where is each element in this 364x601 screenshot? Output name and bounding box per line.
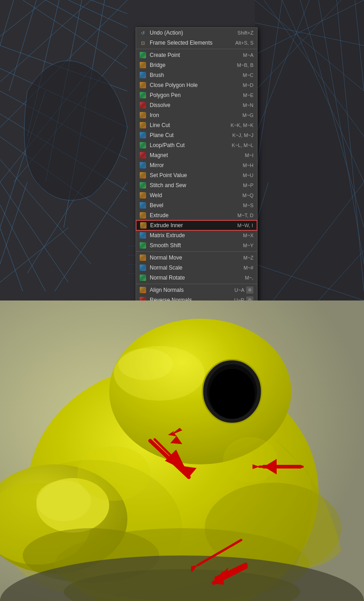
menu-shortcut-bevel: M~S: [243, 203, 253, 208]
menu-label-line-cut: Line Cut: [150, 122, 227, 128]
menu-label-set-point: Set Point Value: [150, 172, 239, 178]
extrude-icon: [139, 212, 147, 219]
frame-icon: ⊡: [139, 39, 147, 46]
menu-label-create-point: Create Point: [150, 52, 239, 58]
menu-item-create-point[interactable]: Create Point M~A: [136, 50, 257, 60]
close-polygon-icon: [139, 81, 147, 89]
menu-shortcut-normal-scale: M~#: [243, 265, 253, 270]
line-cut-icon: [139, 122, 147, 129]
menu-label-bridge: Bridge: [150, 62, 233, 68]
menu-item-normal-rotate[interactable]: Normal Rotate M~,: [136, 273, 257, 283]
menu-shortcut-extrude-inner: M~W, I: [237, 223, 253, 228]
create-point-icon: [139, 51, 147, 59]
svg-point-65: [118, 348, 173, 380]
svg-point-70: [223, 437, 278, 483]
menu-item-loop-cut[interactable]: Loop/Path Cut K~L, M~L: [136, 140, 257, 150]
stitch-sew-icon: [139, 182, 147, 189]
context-menu: ↺ Undo (Action) Shift+Z ⊡ Frame Selected…: [136, 27, 258, 300]
menu-item-mirror[interactable]: Mirror M~H: [136, 160, 257, 170]
bevel-icon: [139, 202, 147, 209]
menu-item-align-normals[interactable]: Align Normals U~A ⚙: [136, 285, 257, 295]
menu-shortcut-frame: Alt+S, S: [235, 40, 253, 46]
normal-rotate-icon: [139, 274, 147, 281]
menu-shortcut-poly-pen: M~E: [243, 92, 253, 98]
menu-label-smooth-shift: Smooth Shift: [150, 242, 239, 249]
menu-item-stitch-sew[interactable]: Stitch and Sew M~P: [136, 180, 257, 190]
menu-label-align-normals: Align Normals: [150, 287, 231, 293]
svg-rect-29: [255, 0, 364, 300]
menu-item-frame[interactable]: ⊡ Frame Selected Elements Alt+S, S: [136, 38, 257, 48]
menu-item-magnet[interactable]: Magnet M~I: [136, 150, 257, 160]
menu-shortcut-brush: M~C: [243, 72, 253, 78]
align-normals-gear[interactable]: ⚙: [246, 286, 253, 294]
menu-item-close-poly[interactable]: Close Polygon Hole M~D: [136, 80, 257, 90]
menu-shortcut-close-poly: M~D: [243, 82, 253, 88]
smooth-shift-icon: [139, 242, 147, 249]
menu-item-brush[interactable]: Brush M~C: [136, 70, 257, 80]
normal-move-icon: [139, 254, 147, 261]
bottom-viewport: [0, 300, 364, 601]
menu-shortcut-iron: M~G: [243, 112, 253, 118]
menu-item-smooth-shift[interactable]: Smooth Shift M~Y: [136, 240, 257, 250]
menu-label-magnet: Magnet: [150, 152, 241, 158]
menu-item-set-point[interactable]: Set Point Value M~U: [136, 170, 257, 180]
menu-item-plane-cut[interactable]: Plane Cut K~J, M~J: [136, 130, 257, 140]
menu-label-normal-rotate: Normal Rotate: [150, 275, 241, 281]
menu-label-bevel: Bevel: [150, 202, 239, 209]
menu-label-loop-cut: Loop/Path Cut: [150, 142, 228, 148]
menu-item-bevel[interactable]: Bevel M~S: [136, 200, 257, 210]
menu-label-frame: Frame Selected Elements: [150, 40, 232, 46]
menu-item-normal-scale[interactable]: Normal Scale M~#: [136, 263, 257, 273]
menu-label-weld: Weld: [150, 192, 239, 199]
menu-shortcut-plane-cut: K~J, M~J: [233, 132, 253, 138]
menu-shortcut-normal-move: M~Z: [243, 255, 253, 260]
mirror-icon: [139, 162, 147, 169]
menu-item-extrude-inner[interactable]: Extrude Inner M~W, I: [136, 220, 257, 230]
menu-shortcut-undo: Shift+Z: [238, 30, 253, 36]
undo-icon: ↺: [139, 29, 147, 36]
menu-label-reverse-normals: Reverse Normals: [150, 297, 231, 300]
menu-item-extrude[interactable]: Extrude M~T, D: [136, 210, 257, 220]
menu-shortcut-matrix-extrude: M~X: [243, 233, 253, 238]
menu-item-dissolve[interactable]: Dissolve M~N: [136, 100, 257, 110]
reverse-normals-icon: [139, 296, 147, 300]
extrude-inner-icon: [139, 222, 147, 229]
brush-icon: [139, 71, 147, 79]
menu-shortcut-set-point: M~U: [243, 173, 253, 178]
menu-shortcut-extrude: M~T, D: [238, 213, 253, 218]
menu-item-normal-move[interactable]: Normal Move M~Z: [136, 253, 257, 263]
separator-1: [136, 49, 257, 49]
menu-shortcut-create-point: M~A: [243, 52, 253, 58]
duck-scene: [0, 300, 364, 601]
menu-shortcut-mirror: M~H: [243, 163, 253, 168]
menu-shortcut-reverse-normals: U~R: [234, 297, 244, 300]
svg-point-62: [209, 369, 255, 419]
bridge-icon: [139, 61, 147, 69]
menu-item-line-cut[interactable]: Line Cut K~K, M~K: [136, 120, 257, 130]
menu-label-iron: Iron: [150, 112, 239, 118]
svg-point-69: [77, 446, 150, 501]
menu-label-stitch-sew: Stitch and Sew: [150, 182, 239, 188]
menu-label-plane-cut: Plane Cut: [150, 132, 229, 138]
menu-shortcut-align-normals: U~A: [234, 287, 244, 293]
reverse-normals-gear[interactable]: ⚙: [246, 296, 253, 300]
align-normals-icon: [139, 286, 147, 294]
menu-label-dissolve: Dissolve: [150, 102, 239, 108]
menu-item-bridge[interactable]: Bridge M~B, B: [136, 60, 257, 70]
separator-3: [136, 284, 257, 284]
menu-item-weld[interactable]: Weld M~Q: [136, 190, 257, 200]
menu-label-extrude: Extrude: [150, 212, 234, 219]
menu-item-reverse-normals[interactable]: Reverse Normals U~R ⚙: [136, 295, 257, 300]
menu-item-undo[interactable]: ↺ Undo (Action) Shift+Z: [136, 28, 257, 38]
menu-item-poly-pen[interactable]: Polygon Pen M~E: [136, 90, 257, 100]
menu-item-matrix-extrude[interactable]: Matrix Extrude M~X: [136, 230, 257, 240]
menu-label-normal-scale: Normal Scale: [150, 265, 240, 271]
menu-shortcut-dissolve: M~N: [243, 102, 253, 108]
magnet-icon: [139, 152, 147, 159]
menu-label-normal-move: Normal Move: [150, 255, 240, 261]
dissolve-icon: [139, 102, 147, 109]
menu-shortcut-bridge: M~B, B: [237, 62, 253, 68]
menu-label-close-poly: Close Polygon Hole: [150, 82, 239, 88]
menu-shortcut-stitch-sew: M~P: [243, 183, 253, 188]
menu-item-iron[interactable]: Iron M~G: [136, 110, 257, 120]
